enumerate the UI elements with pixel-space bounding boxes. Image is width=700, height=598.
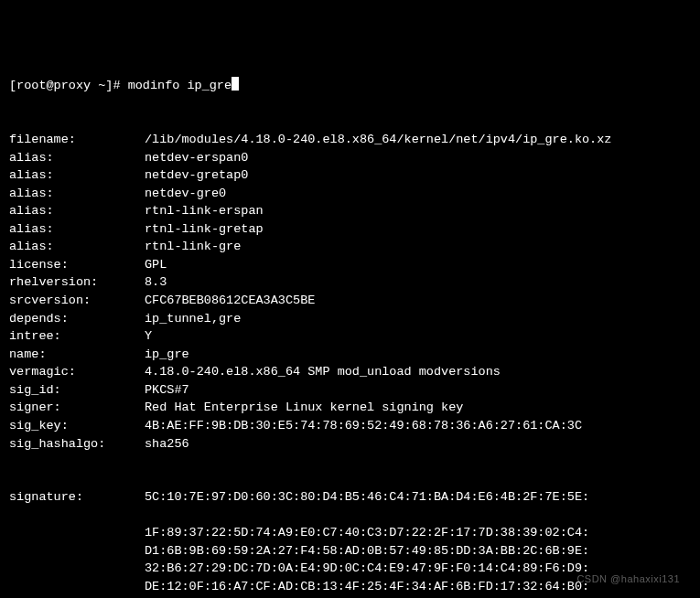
field-row: filename:/lib/modules/4.18.0-240.el8.x86…: [9, 131, 691, 149]
field-value: Y: [145, 327, 691, 346]
command-text: modinfo ip_gre: [128, 79, 232, 92]
field-label: name:: [9, 346, 145, 364]
field-row: rhelversion:8.3: [9, 273, 691, 292]
field-label: alias:: [9, 202, 145, 220]
field-value: GPL: [145, 256, 691, 274]
field-row: sig_hashalgo:sha256: [9, 435, 691, 454]
field-value: ip_tunnel,gre: [145, 310, 691, 328]
user-host: [root@proxy ~]#: [9, 79, 121, 92]
field-value: 5C:10:7E:97:D0:60:3C:80:D4:B5:46:C4:71:B…: [145, 488, 691, 507]
prompt-line: [root@proxy ~]# modinfo ip_gre: [9, 77, 691, 95]
signature-line: DE:12:0F:16:A7:CF:AD:CB:13:4F:25:4F:34:A…: [145, 578, 691, 596]
field-row: intree:Y: [9, 327, 691, 346]
field-row: alias:netdev-gre0: [9, 185, 691, 203]
field-row: license:GPL: [9, 256, 691, 274]
field-label: rhelversion:: [9, 273, 145, 292]
signature-continuation: 1F:89:37:22:5D:74:A9:E0:C7:40:C3:D7:22:2…: [9, 524, 691, 598]
field-label: signer:: [9, 399, 145, 417]
field-label: signature:: [9, 488, 145, 507]
field-row: name:ip_gre: [9, 346, 691, 364]
field-row: alias:netdev-gretap0: [9, 166, 691, 185]
field-label: alias:: [9, 185, 145, 203]
field-value: rtnl-link-gre: [145, 238, 691, 256]
field-value: 8.3: [145, 273, 691, 292]
field-label: alias:: [9, 149, 145, 167]
field-label: alias:: [9, 166, 145, 185]
field-value: netdev-gre0: [145, 185, 691, 203]
field-value: rtnl-link-erspan: [145, 202, 691, 220]
field-label: filename:: [9, 131, 145, 149]
field-row: signer:Red Hat Enterprise Linux kernel s…: [9, 399, 691, 417]
field-label: vermagic:: [9, 363, 145, 381]
field-row: alias:rtnl-link-gretap: [9, 220, 691, 239]
field-row: vermagic:4.18.0-240.el8.x86_64 SMP mod_u…: [9, 363, 691, 381]
signature-line: 1F:89:37:22:5D:74:A9:E0:C7:40:C3:D7:22:2…: [145, 524, 691, 542]
field-row: alias:netdev-erspan0: [9, 149, 691, 167]
field-label: srcversion:: [9, 292, 145, 310]
field-value: 4.18.0-240.el8.x86_64 SMP mod_unload mod…: [145, 363, 691, 381]
field-value: CFC67BEB08612CEA3A3C5BE: [145, 292, 691, 310]
field-row: srcversion:CFC67BEB08612CEA3A3C5BE: [9, 292, 691, 310]
field-row: alias:rtnl-link-gre: [9, 238, 691, 256]
field-value: rtnl-link-gretap: [145, 220, 691, 239]
field-label: sig_hashalgo:: [9, 435, 145, 454]
field-row: sig_key:4B:AE:FF:9B:DB:30:E5:74:78:69:52…: [9, 417, 691, 435]
field-row: sig_id:PKCS#7: [9, 381, 691, 400]
field-value: Red Hat Enterprise Linux kernel signing …: [145, 399, 691, 417]
field-row: alias:rtnl-link-erspan: [9, 202, 691, 220]
field-label: alias:: [9, 220, 145, 239]
field-value: 4B:AE:FF:9B:DB:30:E5:74:78:69:52:49:68:7…: [145, 417, 691, 435]
field-label: sig_id:: [9, 381, 145, 400]
field-label: depends:: [9, 310, 145, 328]
field-value: netdev-erspan0: [145, 149, 691, 167]
field-value: ip_gre: [145, 346, 691, 364]
signature-first-line: signature: 5C:10:7E:97:D0:60:3C:80:D4:B5…: [9, 488, 691, 507]
field-value: /lib/modules/4.18.0-240.el8.x86_64/kerne…: [145, 131, 691, 149]
signature-line: D1:6B:9B:69:59:2A:27:F4:58:AD:0B:57:49:8…: [145, 542, 691, 561]
shell-prompt: [root@proxy ~]# modinfo ip_gre: [9, 77, 232, 95]
field-value: netdev-gretap0: [145, 166, 691, 185]
field-label: intree:: [9, 327, 145, 346]
field-value: PKCS#7: [145, 381, 691, 400]
cursor-icon: [232, 77, 239, 91]
field-value: sha256: [145, 435, 691, 454]
modinfo-fields: filename:/lib/modules/4.18.0-240.el8.x86…: [9, 131, 691, 453]
field-label: license:: [9, 256, 145, 274]
signature-line: 32:B6:27:29:DC:7D:0A:E4:9D:0C:C4:E9:47:9…: [145, 560, 691, 578]
field-label: alias:: [9, 238, 145, 256]
field-label: sig_key:: [9, 417, 145, 435]
field-row: depends:ip_tunnel,gre: [9, 310, 691, 328]
